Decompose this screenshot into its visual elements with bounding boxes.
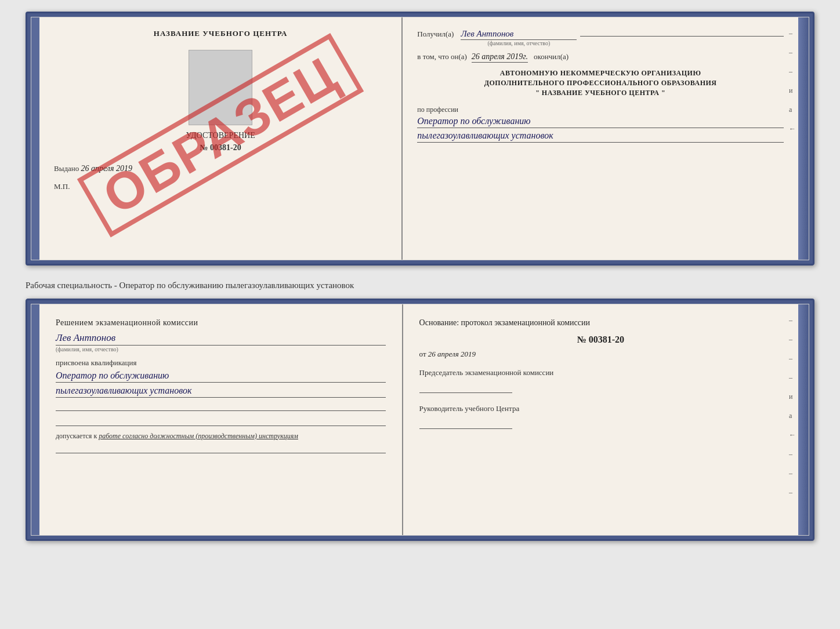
protocol-date: 26 апреля 2019: [428, 350, 476, 358]
cert-school-title: НАЗВАНИЕ УЧЕБНОГО ЦЕНТРА: [54, 29, 387, 38]
completed-row: в том, что он(а) 26 апреля 2019г. окончи…: [417, 52, 784, 63]
org-line1: АВТОНОМНУЮ НЕКОММЕРЧЕСКУЮ ОРГАНИЗАЦИЮ: [417, 68, 784, 78]
bottom-spine-left: [31, 304, 39, 535]
photo-placeholder: [189, 50, 252, 125]
completed-suffix: окончил(а): [534, 52, 569, 61]
top-certificate-book: НАЗВАНИЕ УЧЕБНОГО ЦЕНТРА УДОСТОВЕРЕНИЕ №…: [26, 12, 814, 266]
cert-spine-right: [798, 17, 809, 260]
допускается-label: допускается к: [56, 432, 97, 440]
допускается-row: допускается к работе согласно должностны…: [56, 432, 386, 441]
between-speciality-text: Рабочая специальность - Оператор по обсл…: [26, 281, 814, 290]
side-marks-bottom: – – – – и а ← – – –: [789, 316, 796, 497]
protocol-date-row: от 26 апреля 2019: [419, 350, 782, 359]
bottom-underline-2: [56, 416, 386, 426]
issued-label: Выдано: [54, 164, 79, 173]
completed-prefix: в том, что он(а): [417, 52, 467, 61]
допускается-value: работе согласно должностным (производств…: [99, 432, 298, 440]
bottom-certificate-book: Решением экзаменационной комиссии Лев Ан…: [26, 299, 814, 541]
protocol-number: № 00381-20: [419, 335, 782, 345]
received-name: Лев Антпонов: [461, 29, 577, 40]
received-name-wrapper: Лев Антпонов (фамилия, имя, отчество): [461, 29, 577, 46]
completed-date: 26 апреля 2019г.: [472, 52, 528, 63]
cert-right-page: Получил(а) Лев Антпонов (фамилия, имя, о…: [403, 17, 798, 260]
received-label: Получил(а): [417, 30, 454, 39]
received-subtext: (фамилия, имя, отчество): [461, 40, 577, 46]
profession-line1: Оператор по обслуживанию: [417, 116, 784, 128]
org-line2: ДОПОЛНИТЕЛЬНОГО ПРОФЕССИОНАЛЬНОГО ОБРАЗО…: [417, 78, 784, 88]
profession-line2: пылегазоулавливающих установок: [417, 130, 784, 143]
chairman-label: Председатель экзаменационной комиссии: [419, 368, 782, 378]
cert-spine-left: [31, 17, 39, 260]
bottom-left-page: Решением экзаменационной комиссии Лев Ан…: [39, 304, 403, 535]
issued-date: 26 апреля 2019: [81, 164, 132, 173]
protocol-date-prefix: от: [419, 350, 426, 358]
profession-block: по профессии Оператор по обслуживанию пы…: [417, 106, 784, 143]
bottom-underline-1: [56, 401, 386, 411]
org-line3: " НАЗВАНИЕ УЧЕБНОГО ЦЕНТРА ": [417, 88, 784, 98]
cert-issued-row: Выдано 26 апреля 2019: [54, 164, 387, 173]
basis-label: Основание: протокол экзаменационной коми…: [419, 317, 782, 329]
side-marks-top: – – – и а ←: [789, 29, 796, 133]
org-name-block: АВТОНОМНУЮ НЕКОММЕРЧЕСКУЮ ОРГАНИЗАЦИЮ ДО…: [417, 68, 784, 97]
bottom-person-subtext: (фамилия, имя, отчество): [56, 345, 386, 352]
bottom-qual-line2: пылегазоулавливающих установок: [56, 386, 386, 398]
bottom-underline-3: [56, 443, 386, 453]
assigned-label: присвоена квалификация: [56, 358, 386, 368]
chairman-signature-line: [419, 380, 512, 393]
bottom-person-name: Лев Антпонов: [56, 332, 386, 344]
cert-doc-number: № 00381-20: [54, 143, 387, 152]
bottom-spine-right: [798, 304, 809, 535]
cert-doc-type: УДОСТОВЕРЕНИЕ: [54, 131, 387, 140]
leader-label: Руководитель учебного Центра: [419, 403, 782, 414]
profession-label: по профессии: [417, 106, 784, 114]
cert-left-page: НАЗВАНИЕ УЧЕБНОГО ЦЕНТРА УДОСТОВЕРЕНИЕ №…: [39, 17, 403, 260]
mp-label: М.П.: [54, 182, 387, 191]
decision-text: Решением экзаменационной комиссии: [56, 317, 386, 329]
bottom-qual-line1: Оператор по обслуживанию: [56, 370, 386, 383]
leader-signature-line: [419, 416, 512, 429]
received-row: Получил(а) Лев Антпонов (фамилия, имя, о…: [417, 29, 784, 46]
bottom-right-page: Основание: протокол экзаменационной коми…: [403, 304, 798, 535]
